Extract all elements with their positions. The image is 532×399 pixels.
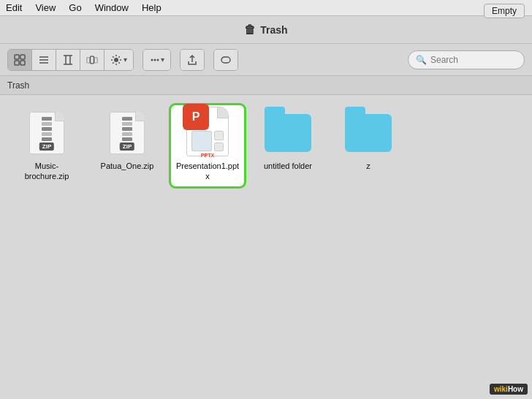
action-button[interactable]: ▾ bbox=[143, 50, 170, 70]
action-group: ▾ bbox=[142, 49, 171, 71]
pptx-label: PPTX bbox=[201, 153, 214, 158]
how-text: How bbox=[508, 385, 523, 393]
search-box: 🔍 bbox=[408, 50, 525, 69]
file-item[interactable]: untitled folder bbox=[251, 105, 324, 186]
empty-button[interactable]: Empty bbox=[484, 4, 525, 18]
view-options-button[interactable]: ▾ bbox=[104, 50, 133, 70]
svg-rect-1 bbox=[20, 55, 25, 59]
view-mode-group: ▾ bbox=[7, 49, 134, 71]
svg-point-14 bbox=[114, 58, 118, 62]
file-name: Presentation1.pptx bbox=[175, 161, 240, 182]
trash-title-icon: 🗑 bbox=[244, 23, 256, 37]
svg-rect-0 bbox=[15, 55, 19, 59]
menu-view[interactable]: View bbox=[35, 2, 56, 13]
content-area: ZIP Music-brochure.zip ZI bbox=[0, 95, 532, 399]
tag-group bbox=[213, 49, 238, 71]
file-name: Music-brochure.zip bbox=[15, 161, 79, 182]
pptx-icon: P PPTX bbox=[184, 110, 231, 156]
coverflow-view-button[interactable] bbox=[80, 50, 104, 70]
list-view-button[interactable] bbox=[32, 50, 56, 70]
zip-icon: ZIP bbox=[104, 110, 151, 156]
file-item-selected[interactable]: P PPTX Presentation1.pptx bbox=[171, 105, 244, 186]
svg-rect-18 bbox=[221, 57, 230, 63]
svg-rect-12 bbox=[87, 57, 90, 62]
svg-rect-11 bbox=[91, 56, 94, 64]
menu-window[interactable]: Window bbox=[95, 2, 129, 13]
svg-rect-3 bbox=[20, 61, 25, 65]
file-name: z bbox=[366, 161, 370, 171]
wikihow-badge: wikiHow bbox=[490, 384, 528, 395]
file-item[interactable]: z bbox=[332, 105, 405, 186]
svg-rect-13 bbox=[94, 57, 97, 62]
svg-rect-2 bbox=[15, 61, 19, 65]
tag-button[interactable] bbox=[214, 50, 238, 70]
path-bar: Trash Empty bbox=[0, 76, 532, 95]
file-item[interactable]: ZIP Music-brochure.zip bbox=[10, 105, 83, 186]
path-trash: Trash bbox=[7, 80, 29, 91]
wiki-text: wiki bbox=[494, 385, 508, 393]
file-grid: ZIP Music-brochure.zip ZI bbox=[10, 105, 522, 186]
file-name: untitled folder bbox=[264, 161, 312, 171]
zip-icon: ZIP bbox=[23, 110, 70, 156]
svg-point-15 bbox=[151, 58, 153, 61]
window-title-text: Trash bbox=[260, 24, 287, 36]
svg-point-16 bbox=[154, 58, 156, 61]
menu-help[interactable]: Help bbox=[142, 2, 162, 13]
search-input[interactable] bbox=[430, 55, 518, 65]
menu-bar: Edit View Go Window Help bbox=[0, 0, 532, 16]
svg-point-17 bbox=[157, 58, 159, 61]
toolbar: ▾ ▾ 🔍 bbox=[0, 44, 532, 76]
icon-view-button[interactable] bbox=[8, 50, 32, 70]
share-group bbox=[180, 49, 205, 71]
folder-icon bbox=[345, 110, 392, 156]
pptx-badge: P bbox=[183, 104, 209, 130]
title-bar: 🗑 Trash bbox=[0, 16, 532, 44]
file-item[interactable]: ZIP Patua_One.zip bbox=[91, 105, 164, 186]
window-title: 🗑 Trash bbox=[244, 23, 287, 37]
search-icon: 🔍 bbox=[416, 55, 427, 65]
file-name: Patua_One.zip bbox=[101, 161, 154, 171]
column-view-button[interactable] bbox=[56, 50, 80, 70]
menu-edit[interactable]: Edit bbox=[6, 2, 22, 13]
folder-icon bbox=[265, 110, 311, 156]
menu-go[interactable]: Go bbox=[69, 2, 81, 13]
share-button[interactable] bbox=[180, 50, 204, 70]
